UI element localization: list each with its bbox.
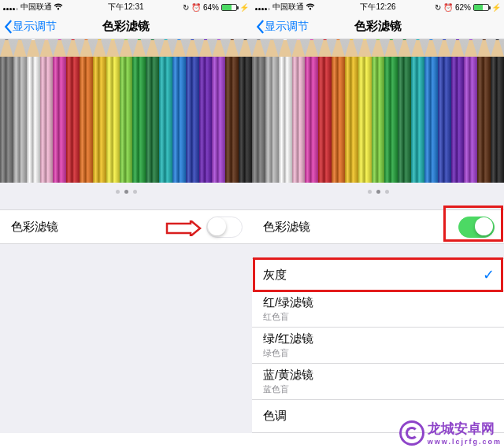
option-sublabel: 蓝色盲 — [263, 383, 313, 395]
pencil — [159, 39, 172, 183]
orientation-lock-icon: ↻ — [435, 3, 441, 12]
pencil — [438, 39, 451, 183]
clock: 下午12:26 — [360, 2, 395, 13]
filter-options-list: 灰度✓红/绿滤镜红色盲绿/红滤镜绿色盲蓝/黄滤镜蓝色盲色调 — [252, 258, 504, 433]
watermark-url: www.lcjrfg.com — [428, 438, 502, 446]
option-label: 色调 — [263, 409, 287, 424]
status-bar: 中国联通 下午12:31 ↻ ⏰ 64% ⚡ — [0, 0, 252, 14]
right-screenshot: 中国联通 下午12:26 ↻ ⏰ 62% ⚡ 显示调节 色彩滤镜 — [252, 0, 504, 433]
pencil — [199, 39, 213, 183]
pencil — [0, 39, 13, 183]
option-label: 灰度 — [263, 268, 287, 283]
option-label: 绿/红滤镜 — [263, 331, 313, 346]
page-title: 色彩滤镜 — [354, 19, 402, 34]
pencil — [186, 39, 199, 183]
watermark: 龙城安卓网 www.lcjrfg.com — [399, 420, 502, 446]
color-filter-toggle-row: 色彩滤镜 — [0, 209, 252, 244]
pencil — [372, 39, 385, 183]
back-label: 显示调节 — [265, 20, 309, 34]
filter-option-1[interactable]: 红/绿滤镜红色盲 — [252, 291, 504, 328]
back-button[interactable]: 显示调节 — [0, 20, 57, 34]
page-title: 色彩滤镜 — [102, 19, 150, 34]
left-screenshot: 中国联通 下午12:31 ↻ ⏰ 64% ⚡ 显示调节 色彩滤镜 — [0, 0, 252, 433]
battery-pct: 64% — [203, 3, 219, 12]
chevron-left-icon — [255, 20, 265, 34]
alarm-icon: ⏰ — [191, 3, 201, 12]
pencil — [384, 39, 398, 183]
pencil — [398, 39, 411, 183]
pencil — [93, 39, 106, 183]
pencil — [172, 39, 186, 183]
battery-icon — [473, 4, 489, 11]
back-button[interactable]: 显示调节 — [252, 20, 309, 34]
checkmark-icon: ✓ — [483, 266, 495, 283]
pencil — [212, 39, 225, 183]
pencil — [252, 39, 265, 183]
charging-icon: ⚡ — [491, 3, 501, 12]
carrier-label: 中国联通 — [20, 2, 52, 13]
pencil — [464, 39, 477, 183]
battery-pct: 62% — [455, 3, 471, 12]
pencil — [411, 39, 424, 183]
watermark-name: 龙城安卓网 — [428, 420, 502, 438]
option-sublabel: 红色盲 — [263, 311, 313, 323]
toggle-label: 色彩滤镜 — [263, 220, 310, 235]
orientation-lock-icon: ↻ — [183, 3, 189, 12]
wifi-icon — [54, 3, 63, 12]
status-bar: 中国联通 下午12:26 ↻ ⏰ 62% ⚡ — [252, 0, 504, 14]
pencil — [358, 39, 372, 183]
charging-icon: ⚡ — [239, 3, 249, 12]
signal-dots-icon — [255, 3, 271, 12]
pencil — [80, 39, 93, 183]
wifi-icon — [306, 3, 315, 12]
pencil — [305, 39, 318, 183]
color-filter-toggle-row: 色彩滤镜 — [252, 209, 504, 244]
signal-dots-icon — [3, 3, 19, 12]
pencil — [225, 39, 239, 183]
pencil — [318, 39, 332, 183]
pencil — [27, 39, 40, 183]
pencil — [491, 39, 504, 183]
pencil — [66, 39, 80, 183]
color-filter-switch[interactable] — [458, 217, 495, 238]
chevron-left-icon — [3, 20, 13, 34]
clock: 下午12:31 — [108, 2, 143, 13]
pencil — [477, 39, 491, 183]
pencil — [451, 39, 465, 183]
pencil — [40, 39, 54, 183]
filter-option-0[interactable]: 灰度✓ — [252, 258, 504, 291]
pencil — [424, 39, 438, 183]
pencil — [106, 39, 120, 183]
pencil — [279, 39, 292, 183]
annotation-arrow-icon — [165, 220, 202, 239]
pencil — [53, 39, 66, 183]
color-filter-switch[interactable] — [206, 217, 243, 238]
watermark-logo-icon — [399, 420, 424, 446]
pencil — [132, 39, 146, 183]
pencil — [345, 39, 358, 183]
pencil — [292, 39, 306, 183]
pencil — [146, 39, 159, 183]
pencil — [120, 39, 133, 183]
option-sublabel: 绿色盲 — [263, 347, 313, 359]
nav-bar: 显示调节 色彩滤镜 — [0, 14, 252, 39]
pencil — [239, 39, 252, 183]
back-label: 显示调节 — [13, 20, 57, 34]
filter-option-3[interactable]: 蓝/黄滤镜蓝色盲 — [252, 364, 504, 400]
pencil — [13, 39, 27, 183]
pencil — [332, 39, 345, 183]
page-indicator — [0, 183, 252, 200]
battery-icon — [221, 4, 237, 11]
pencil-preview — [0, 39, 252, 183]
page-indicator — [252, 183, 504, 200]
pencil-preview — [252, 39, 504, 183]
carrier-label: 中国联通 — [272, 2, 304, 13]
nav-bar: 显示调节 色彩滤镜 — [252, 14, 504, 39]
filter-option-2[interactable]: 绿/红滤镜绿色盲 — [252, 328, 504, 364]
toggle-label: 色彩滤镜 — [11, 220, 58, 235]
option-label: 红/绿滤镜 — [263, 295, 313, 310]
alarm-icon: ⏰ — [443, 3, 453, 12]
option-label: 蓝/黄滤镜 — [263, 368, 313, 383]
pencil — [265, 39, 279, 183]
